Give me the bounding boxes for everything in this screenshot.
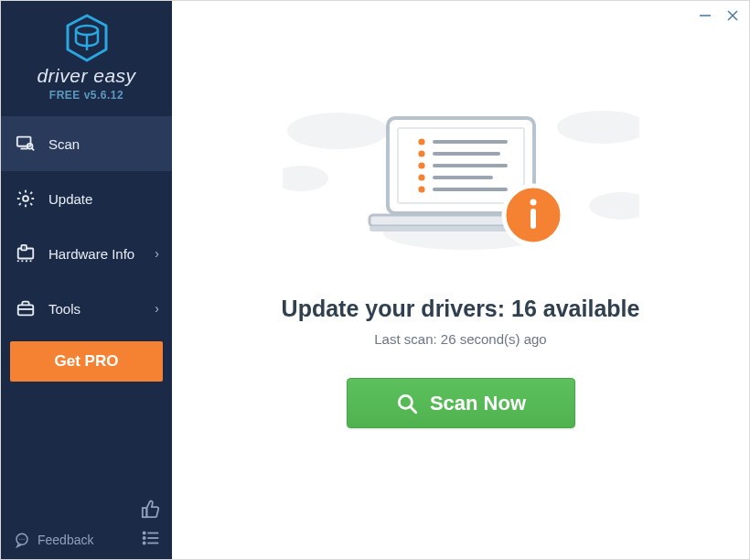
hero-illustration (338, 113, 584, 263)
svg-point-51 (530, 199, 536, 206)
magnifier-icon (395, 392, 419, 415)
get-pro-button[interactable]: Get PRO (10, 341, 163, 382)
thumbs-up-icon[interactable] (141, 499, 161, 519)
toolbox-icon (16, 298, 36, 318)
svg-point-22 (144, 532, 145, 533)
svg-line-54 (411, 406, 416, 412)
nav-item-scan[interactable]: Scan (1, 116, 172, 171)
svg-rect-3 (17, 137, 31, 146)
hardware-info-icon: i (16, 243, 36, 264)
svg-line-6 (32, 148, 34, 150)
headline: Update your drivers: 16 available (172, 296, 749, 322)
laptop-icon (338, 113, 584, 259)
svg-point-47 (418, 186, 424, 192)
feedback-button[interactable]: Feedback (14, 532, 93, 548)
sidebar-bottom: Feedback (1, 497, 172, 559)
window-controls (698, 8, 740, 23)
nav-label: Hardware Info (48, 246, 134, 262)
brand-name: driver easy (1, 65, 172, 87)
list-menu-icon[interactable] (141, 528, 161, 548)
headline-text: Update your drivers: 16 available (172, 296, 749, 322)
last-scan-text: Last scan: 26 second(s) ago (172, 331, 749, 347)
nav-label: Tools (48, 301, 80, 317)
svg-point-26 (144, 542, 145, 544)
close-button[interactable] (725, 8, 740, 23)
nav-label: Update (48, 191, 92, 207)
app-logo-icon (65, 14, 109, 63)
svg-point-19 (21, 539, 22, 540)
svg-point-32 (283, 166, 328, 191)
svg-rect-21 (143, 508, 147, 517)
svg-point-18 (19, 539, 20, 540)
scan-now-label: Scan Now (430, 392, 526, 415)
nav-label: Scan (48, 136, 80, 152)
svg-point-43 (418, 138, 424, 145)
nav: Scan Update i Hardware Info › (1, 116, 172, 336)
scan-now-button[interactable]: Scan Now (347, 378, 575, 428)
svg-point-1 (76, 26, 98, 35)
version-label: FREE v5.6.12 (1, 89, 172, 102)
svg-text:i: i (24, 245, 25, 250)
svg-rect-52 (530, 209, 536, 229)
chevron-right-icon: › (155, 246, 159, 261)
nav-item-hardware-info[interactable]: i Hardware Info › (1, 226, 172, 281)
nav-item-tools[interactable]: Tools › (1, 281, 172, 336)
app-window: driver easy FREE v5.6.12 Scan Update (0, 0, 750, 560)
svg-rect-15 (18, 305, 34, 315)
svg-point-7 (23, 196, 28, 201)
chat-icon (14, 532, 30, 548)
get-pro-label: Get PRO (55, 352, 119, 371)
feedback-label: Feedback (38, 533, 93, 547)
svg-point-34 (589, 192, 639, 220)
chevron-right-icon: › (155, 301, 159, 316)
svg-point-24 (144, 537, 145, 539)
svg-point-45 (418, 162, 424, 168)
main-panel: Update your drivers: 16 available Last s… (172, 1, 749, 559)
svg-point-20 (24, 539, 25, 540)
svg-point-46 (418, 174, 424, 180)
gear-icon (16, 188, 36, 209)
logo-block: driver easy FREE v5.6.12 (1, 1, 172, 111)
sidebar: driver easy FREE v5.6.12 Scan Update (1, 1, 172, 559)
nav-item-update[interactable]: Update (1, 171, 172, 226)
svg-point-44 (418, 150, 424, 156)
minimize-button[interactable] (698, 8, 712, 23)
monitor-search-icon (16, 134, 36, 154)
